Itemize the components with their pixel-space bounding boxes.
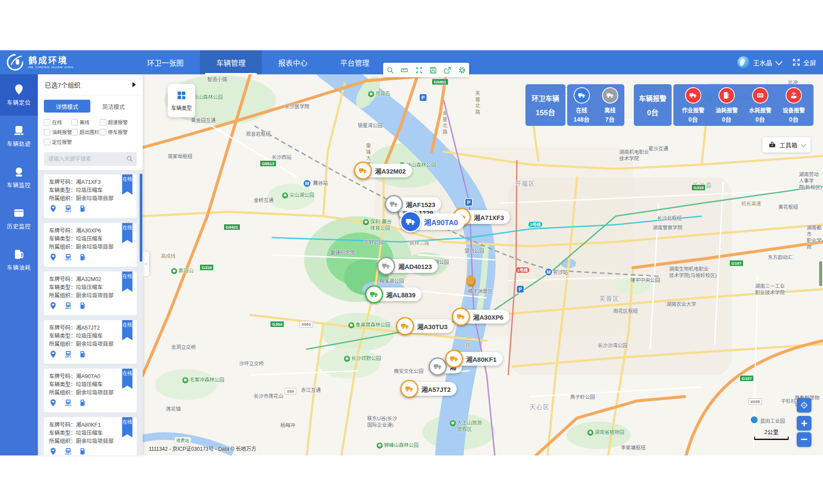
map-label-毛栗冲森林公园: ♣毛栗冲森林公园 xyxy=(182,377,224,383)
vehicle-marker-湘A30TU3[interactable]: 湘A30TU3 xyxy=(397,319,454,333)
nav-item-环卫一张图[interactable]: 环卫一张图 xyxy=(131,50,200,74)
vehicle-marker-湘A90TA0[interactable]: 湘A90TA0 xyxy=(402,214,465,230)
fuel-vehicle-icon[interactable] xyxy=(79,399,87,407)
vehicle-marker-湘AL8839[interactable]: 湘AL8839 xyxy=(366,287,421,301)
filter-checkbox-停车报警[interactable]: 停车报警 xyxy=(100,128,137,135)
vehicle-type-row: 车辆类型：垃圾压缩车 xyxy=(49,332,132,340)
zoom-in-button[interactable]: + xyxy=(797,416,811,431)
alarm-stat-油耗报警[interactable]: 油耗报警0台 xyxy=(711,87,743,123)
sidebar-item-车辆轨迹[interactable]: 车辆轨迹 xyxy=(0,116,38,157)
stats-vehicle-alarm-panel: 车辆报警 0台 xyxy=(634,84,672,126)
vehicle-card[interactable]: 车牌号码：湘A71XF3 车辆类型：垃圾压缩车 所属组织：厨余垃圾项目部 在线 xyxy=(44,174,137,218)
locate-vehicle-icon[interactable] xyxy=(49,253,57,261)
sidebar-item-历史监控[interactable]: 历史监控 xyxy=(0,198,38,239)
checkbox-icon[interactable] xyxy=(100,119,106,125)
export-icon[interactable] xyxy=(443,66,451,74)
toolbox-button[interactable]: 工具箱 xyxy=(762,137,811,153)
fuel-vehicle-icon[interactable] xyxy=(79,205,87,213)
vehicle-type-row: 车辆类型：垃圾压缩车 xyxy=(49,186,132,195)
sidebar-item-车辆定位[interactable]: 车辆定位 xyxy=(0,74,38,116)
vehicle-marker-湘A32M02[interactable]: 湘A32M02 xyxy=(355,164,412,177)
track-vehicle-icon[interactable] xyxy=(64,350,72,358)
area-search-icon[interactable] xyxy=(386,66,394,74)
track-vehicle-icon[interactable] xyxy=(64,399,72,407)
vehicle-marker-湘AF1523[interactable]: 湘AF1523 xyxy=(386,197,441,211)
map-label-开福区: 开福区 xyxy=(515,180,535,188)
filter-checkbox-定位报警[interactable]: 定位报警 xyxy=(44,138,71,145)
alarm-stat-水耗报警[interactable]: 水耗报警0台 xyxy=(744,87,776,123)
locate-vehicle-icon[interactable] xyxy=(49,399,57,407)
checkbox-icon[interactable] xyxy=(44,129,50,135)
measure-icon[interactable] xyxy=(400,66,408,74)
map-label-赤江互通: 赤江互通 xyxy=(301,387,321,394)
vehicle-card[interactable]: 车牌号码：湘A30XP6 车辆类型：垃圾压缩车 所属组织：厨余垃圾项目部 在线 xyxy=(44,223,137,267)
filter-checkbox-离线[interactable]: 离线 xyxy=(71,119,100,125)
checkbox-icon[interactable] xyxy=(44,139,50,145)
vehicle-marker-湘AD40123[interactable]: 湘AD40123 xyxy=(378,259,438,273)
park-icon: ♣ xyxy=(171,268,177,274)
panel-scrollbar[interactable] xyxy=(140,174,142,262)
map-attribution: 1111342 - 京ICP证030173号 - Data © 长地万方 xyxy=(149,445,256,452)
locate-vehicle-icon[interactable] xyxy=(49,447,57,455)
nav-item-报表中心[interactable]: 报表中心 xyxy=(262,50,324,74)
user-menu[interactable]: 王水晶 xyxy=(737,56,781,68)
locate-vehicle-icon[interactable] xyxy=(49,205,57,213)
filter-checkbox-超出围栏[interactable]: 超出围栏 xyxy=(71,128,100,135)
track-vehicle-icon[interactable] xyxy=(64,447,72,455)
checkbox-icon[interactable] xyxy=(44,119,50,125)
filter-checkbox-在线[interactable]: 在线 xyxy=(44,119,71,125)
fuel-vehicle-icon[interactable] xyxy=(79,253,87,261)
truck-icon xyxy=(400,211,421,232)
nav-item-平台管理[interactable]: 平台管理 xyxy=(324,50,386,74)
checkbox-icon[interactable] xyxy=(100,129,106,135)
road-badge-G354: G354 xyxy=(270,321,284,327)
map-canvas[interactable]: 智造小镇♣乌山森林公园黄金园互通长沙医学院♣月亮岛银星湾公园观音岩枢纽♣谷山森林… xyxy=(143,74,823,455)
track-vehicle-icon[interactable] xyxy=(64,302,72,310)
vehicle-marker-湘A30XP6[interactable]: 湘A30XP6 xyxy=(453,310,510,324)
vehicle-card[interactable]: 车牌号码：湘A90TA0 车辆类型：垃圾压缩车 所属组织：厨余垃圾项目部 在线 xyxy=(44,369,137,412)
map-label-索马山: ♣索马山 xyxy=(171,268,193,274)
fullscreen-button[interactable]: 全屏 xyxy=(792,58,816,67)
settings-icon[interactable] xyxy=(458,66,466,74)
checkbox-icon[interactable] xyxy=(71,119,78,125)
search-icon[interactable] xyxy=(126,155,133,162)
page-scrollbar[interactable] xyxy=(819,261,822,286)
filter-checkbox-油耗报警[interactable]: 油耗报警 xyxy=(44,128,71,135)
road-badge-G0401: G0401 xyxy=(432,79,448,85)
alarm-stat-设备报警[interactable]: 设备报警0台 xyxy=(778,87,810,123)
save-icon[interactable] xyxy=(429,66,437,74)
alarm-stat-作业报警[interactable]: 作业报警0台 xyxy=(677,87,709,123)
vehicle-card[interactable]: 车牌号码：湘A32M02 车辆类型：垃圾压缩车 所属组织：厨余垃圾项目部 在线 xyxy=(44,272,137,315)
vehicle-card[interactable]: 车牌号码：湘A57JT2 车辆类型：垃圾压缩车 所属组织：厨余垃圾项目部 在线 xyxy=(44,320,137,364)
vehicle-marker-湘A57JT2[interactable]: 湘A57JT2 xyxy=(402,382,457,396)
fuel-vehicle-icon[interactable] xyxy=(79,350,87,358)
track-vehicle-icon[interactable] xyxy=(64,205,72,213)
truck-icon xyxy=(365,285,383,303)
sidebar-item-车辆油耗[interactable]: 车辆油耗 xyxy=(0,239,38,281)
panel-collapse-handle[interactable]: ‹ xyxy=(143,251,149,276)
filter-checkbox-超速报警[interactable]: 超速报警 xyxy=(100,119,137,125)
locate-vehicle-icon[interactable] xyxy=(49,350,57,358)
offline-truck-icon xyxy=(602,87,618,104)
online-stat[interactable]: 在线 148台 xyxy=(568,87,596,123)
tab-简洁模式[interactable]: 简洁模式 xyxy=(90,100,137,113)
zoom-out-button[interactable]: − xyxy=(797,432,811,447)
nav-item-车辆管理[interactable]: 车辆管理 xyxy=(200,50,262,74)
tab-详情模式[interactable]: 详情模式 xyxy=(44,100,90,113)
marker-plate: 湘AF1523 xyxy=(406,200,435,209)
offline-stat[interactable]: 离线 7台 xyxy=(596,87,624,123)
sidebar-item-车辆监控[interactable]: 车辆监控 xyxy=(0,157,38,198)
vehicle-type-button[interactable]: 车辆类型 xyxy=(168,84,195,117)
vehicle-card[interactable]: 车牌号码：湘A80KF1 车辆类型：垃圾压缩车 所属组织：厨余垃圾项目部 在线 xyxy=(44,417,137,455)
org-expand-arrow-icon[interactable] xyxy=(132,82,136,87)
vehicle-marker-湘A80KF1[interactable]: 湘A80KF1 xyxy=(446,352,503,366)
fuel-vehicle-icon[interactable] xyxy=(79,447,87,455)
marker-plate: 湘AL8839 xyxy=(386,290,415,299)
expand-icon[interactable] xyxy=(415,66,423,74)
checkbox-icon[interactable] xyxy=(71,129,78,135)
search-input[interactable] xyxy=(44,152,137,166)
fuel-vehicle-icon[interactable] xyxy=(79,302,87,310)
track-vehicle-icon[interactable] xyxy=(64,253,72,261)
locate-vehicle-icon[interactable] xyxy=(49,302,57,310)
locate-button[interactable] xyxy=(797,398,811,412)
